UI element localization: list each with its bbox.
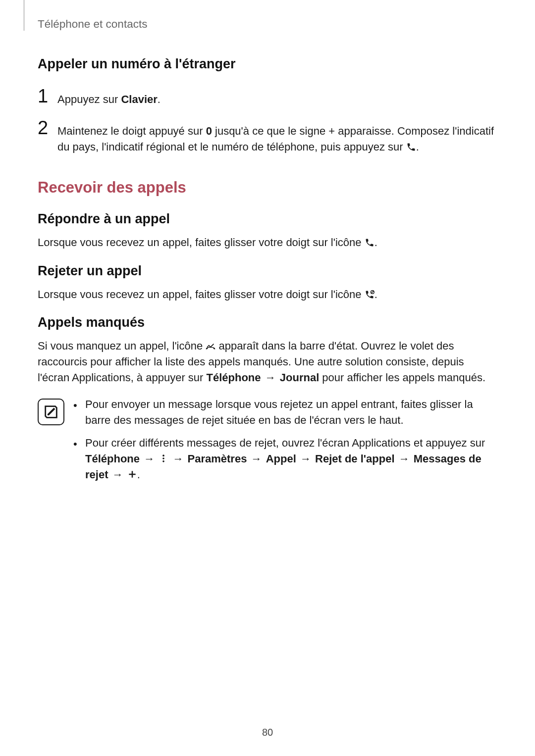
text-fragment: Appuyez sur — [57, 93, 121, 105]
heading-answer-call: Répondre à un appel — [38, 211, 497, 227]
bullet-dot: • — [73, 397, 85, 413]
arrow-text: → — [264, 370, 277, 386]
step-number: 2 — [38, 118, 57, 137]
text-fragment: . — [416, 141, 419, 153]
note-block: • Pour envoyer un message lorsque vous r… — [38, 397, 497, 489]
bold-text: Téléphone — [85, 453, 140, 465]
phone-icon — [406, 141, 416, 151]
bullet-text: Pour envoyer un message lorsque vous rej… — [85, 397, 497, 428]
bullet-text: Pour créer différents messages de rejet,… — [85, 435, 497, 483]
step-2: 2 Maintenez le doigt appuyé sur 0 jusqu'… — [38, 118, 497, 155]
paragraph-answer: Lorsque vous recevez un appel, faites gl… — [38, 235, 497, 251]
note-icon — [38, 399, 64, 425]
arrow-text: → — [111, 467, 124, 483]
paragraph-reject: Lorsque vous recevez un appel, faites gl… — [38, 287, 497, 302]
arrow-text: → — [171, 451, 184, 467]
phone-answer-icon — [365, 236, 374, 246]
step-text: Maintenez le doigt appuyé sur 0 jusqu'à … — [57, 118, 497, 155]
bullet-dot: • — [73, 435, 85, 452]
page-header: Téléphone et contacts — [0, 0, 535, 31]
text-fragment: . — [374, 236, 377, 249]
svg-point-2 — [162, 454, 164, 456]
bold-text: Téléphone — [207, 371, 261, 384]
text-fragment: . — [137, 468, 140, 481]
arrow-text: → — [143, 451, 156, 467]
bullet-item: • Pour envoyer un message lorsque vous r… — [73, 397, 497, 428]
phone-reject-icon — [365, 288, 374, 298]
plus-icon — [127, 468, 137, 478]
arrow-text: → — [250, 451, 263, 467]
svg-line-1 — [371, 291, 373, 293]
more-options-icon — [159, 452, 168, 462]
bold-text: Paramètres — [188, 453, 247, 465]
text-fragment: . — [158, 93, 160, 105]
text-fragment: Maintenez le doigt appuyé sur — [57, 125, 206, 137]
missed-call-icon — [206, 340, 215, 350]
svg-point-4 — [162, 460, 164, 462]
arrow-text: → — [299, 451, 312, 467]
page-number: 80 — [0, 727, 535, 738]
text-fragment: . — [374, 288, 377, 301]
bold-text: Journal — [280, 371, 319, 384]
heading-reject-call: Rejeter un appel — [38, 263, 497, 279]
bold-text: Appel — [266, 453, 296, 465]
step-1: 1 Appuyez sur Clavier. — [38, 87, 497, 107]
page-content: Appeler un numéro à l'étranger 1 Appuyez… — [0, 31, 535, 490]
paragraph-missed: Si vous manquez un appel, l'icône appara… — [38, 338, 497, 386]
text-fragment: Lorsque vous recevez un appel, faites gl… — [38, 236, 365, 249]
bullet-item: • Pour créer différents messages de reje… — [73, 435, 497, 483]
text-fragment: Pour créer différents messages de rejet,… — [85, 437, 485, 449]
step-text: Appuyez sur Clavier. — [57, 87, 160, 107]
text-fragment: pour afficher les appels manqués. — [319, 371, 485, 384]
heading-missed-calls: Appels manqués — [38, 315, 497, 330]
page-margin-line — [24, 0, 24, 31]
note-content: • Pour envoyer un message lorsque vous r… — [73, 397, 497, 489]
heading-receive-calls: Recevoir des appels — [38, 179, 497, 197]
arrow-text: → — [398, 451, 411, 467]
breadcrumb: Téléphone et contacts — [38, 18, 147, 30]
bold-text: Rejet de l'appel — [315, 453, 395, 465]
bold-text: Clavier — [121, 93, 157, 105]
step-number: 1 — [38, 87, 57, 105]
text-fragment: Lorsque vous recevez un appel, faites gl… — [38, 288, 365, 301]
svg-point-3 — [162, 457, 164, 459]
bold-text: 0 — [206, 125, 212, 137]
text-fragment: Si vous manquez un appel, l'icône — [38, 340, 206, 352]
heading-call-abroad: Appeler un numéro à l'étranger — [38, 56, 497, 72]
